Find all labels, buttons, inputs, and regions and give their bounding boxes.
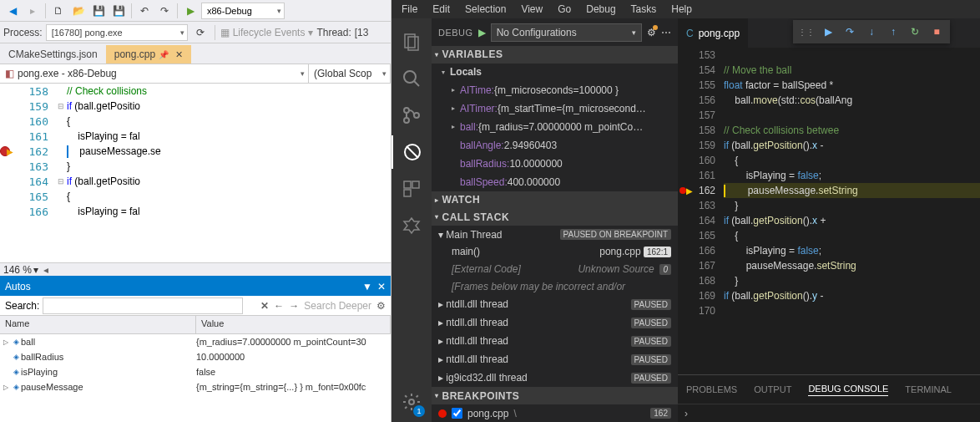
clear-search-icon[interactable]: ✕ xyxy=(260,300,269,312)
thread-row[interactable]: ▸ ntdll.dll threadPAUSED xyxy=(432,295,678,313)
autos-row[interactable]: ◈ ballRadius10.0000000 xyxy=(0,349,391,364)
locals-header[interactable]: ▾Locals xyxy=(432,64,678,81)
thread-row[interactable]: ▸ ntdll.dll threadPAUSED xyxy=(432,332,678,350)
variable-row[interactable]: ▸ AITimer: {m_startTime={m_microsecond… xyxy=(432,99,678,118)
autos-search-input[interactable] xyxy=(43,297,243,314)
vscode-menu: FileEditSelectionViewGoDebugTasksHelp xyxy=(391,0,980,18)
settings-gear-icon[interactable]: 1 xyxy=(391,385,432,419)
variable-row[interactable]: ballRadius: 10.0000000 xyxy=(432,155,678,173)
step-over-icon[interactable]: ↷ xyxy=(840,22,860,42)
search-icon[interactable] xyxy=(391,62,432,95)
redo-button[interactable]: ↷ xyxy=(155,2,174,20)
autos-title-bar[interactable]: Autos ▼ ✕ xyxy=(0,277,391,296)
autos-search-bar: Search: ✕ ← → Search Deeper ⚙ xyxy=(0,296,391,316)
breakpoint-row[interactable]: pong.cpp \ 162 xyxy=(432,404,678,422)
search-deeper-label[interactable]: Search Deeper xyxy=(304,300,371,312)
process-dropdown[interactable]: [16780] pong.exe xyxy=(46,24,188,41)
editor-tab-pong[interactable]: C pong.cpp xyxy=(678,18,748,48)
vs-code-area[interactable]: // Check collisionsif (ball.getPositio{ … xyxy=(67,84,391,262)
panel-tab-output[interactable]: OUTPUT xyxy=(754,384,791,394)
main-thread-row[interactable]: ▾ Main Thread PAUSED ON BREAKPOINT xyxy=(432,226,678,243)
menu-help[interactable]: Help xyxy=(664,2,699,17)
menu-view[interactable]: View xyxy=(514,2,549,17)
liveshare-icon[interactable] xyxy=(391,209,432,242)
explorer-icon[interactable] xyxy=(391,25,432,58)
start-debug-icon[interactable]: ▶ xyxy=(478,27,486,38)
menu-debug[interactable]: Debug xyxy=(579,2,622,17)
undo-button[interactable]: ↶ xyxy=(135,2,154,20)
vscode-code[interactable]: // Move the ball float factor = ballSpee… xyxy=(724,48,980,374)
debug-floating-toolbar[interactable]: ⋮⋮ ▶ ↷ ↓ ↑ ↻ ■ xyxy=(793,20,950,43)
scm-icon[interactable] xyxy=(391,99,432,132)
variable-row[interactable]: ▸ AITime: {m_microseconds=100000 } xyxy=(432,81,678,99)
thread-row[interactable]: ▸ ig9icd32.dll threadPAUSED xyxy=(432,369,678,387)
restart-icon[interactable]: ↻ xyxy=(905,22,925,42)
menu-go[interactable]: Go xyxy=(551,2,578,17)
thread-row[interactable]: ▸ ntdll.dll threadPAUSED xyxy=(432,313,678,332)
back-button[interactable]: ◀ xyxy=(3,2,22,20)
menu-selection[interactable]: Selection xyxy=(458,2,513,17)
thread-label: Thread: xyxy=(316,27,351,38)
search-label: Search: xyxy=(5,300,39,312)
pin-icon[interactable]: 📌 xyxy=(159,50,169,59)
cpp-file-icon: C xyxy=(686,28,694,39)
variable-row[interactable]: ballSpeed: 400.000000 xyxy=(432,173,678,191)
menu-file[interactable]: File xyxy=(395,2,424,17)
forward-button[interactable]: ▸ xyxy=(23,2,42,20)
scope-dropdown[interactable]: ◧ pong.exe - x86-Debug xyxy=(0,64,309,83)
callstack-header[interactable]: ▾CALL STACK xyxy=(432,208,678,226)
vscode-breadcrumb[interactable]: › xyxy=(678,404,980,422)
breakpoint-checkbox[interactable] xyxy=(452,408,462,419)
vs-zoom-status: 146 % ▾ ◂ xyxy=(0,262,391,276)
vscode-editor[interactable]: 153154155156157158159160161▶162163164165… xyxy=(678,48,980,374)
continue-icon[interactable]: ▶ xyxy=(818,22,838,42)
menu-edit[interactable]: Edit xyxy=(426,2,457,17)
panel-tab-problems[interactable]: PROBLEMS xyxy=(686,384,737,394)
thread-row[interactable]: ▸ ntdll.dll threadPAUSED xyxy=(432,350,678,369)
step-out-icon[interactable]: ↑ xyxy=(883,22,903,42)
debug-more-icon[interactable]: ⋯ xyxy=(661,27,671,38)
breakpoints-header[interactable]: ▾BREAKPOINTS xyxy=(432,387,678,404)
variable-row[interactable]: ▸ ball: {m_radius=7.00000000 m_pointCo… xyxy=(432,118,678,136)
stack-external[interactable]: [External Code] Unknown Source 0 xyxy=(432,261,678,278)
next-icon[interactable]: → xyxy=(289,300,299,312)
toolbar-grip-icon[interactable]: ⋮⋮ xyxy=(796,22,816,42)
save-button[interactable]: 💾 xyxy=(89,2,108,20)
debug-icon[interactable] xyxy=(391,135,432,169)
panel-tab-debug-console[interactable]: DEBUG CONSOLE xyxy=(808,384,888,396)
start-button[interactable]: ▶ xyxy=(181,2,200,20)
tab-cmakesettings[interactable]: CMakeSettings.json xyxy=(0,45,106,64)
panel-tab-terminal[interactable]: TERMINAL xyxy=(905,384,952,394)
scope2-dropdown[interactable]: (Global Scop xyxy=(309,64,391,83)
step-into-icon[interactable]: ↓ xyxy=(861,22,881,42)
debug-gear-icon[interactable]: ⚙ xyxy=(647,27,656,38)
stack-frame-main[interactable]: main() pong.cpp 162:1 xyxy=(432,243,678,261)
vscode-pane: FileEditSelectionViewGoDebugTasksHelp 1 … xyxy=(391,0,980,422)
cycle-button[interactable]: ⟳ xyxy=(191,23,210,42)
autos-row[interactable]: ▷◈ ball{m_radius=7.00000000 m_pointCount… xyxy=(0,334,391,349)
extensions-icon[interactable] xyxy=(391,172,432,206)
prev-icon[interactable]: ← xyxy=(274,300,284,312)
autos-dropdown-icon[interactable]: ▼ xyxy=(362,281,372,292)
save-all-button[interactable]: 💾 xyxy=(109,2,128,20)
settings-icon[interactable]: ⚙ xyxy=(376,300,386,312)
new-item-button[interactable]: 🗋 xyxy=(49,2,68,20)
autos-row[interactable]: ◈ isPlayingfalse xyxy=(0,364,391,379)
col-name[interactable]: Name xyxy=(0,316,196,333)
stop-icon[interactable]: ■ xyxy=(927,22,947,42)
watch-header[interactable]: ▸WATCH xyxy=(432,191,678,209)
zoom-value[interactable]: 146 % xyxy=(3,264,32,276)
autos-close-icon[interactable]: ✕ xyxy=(377,281,386,292)
col-value[interactable]: Value xyxy=(196,316,391,333)
variable-row[interactable]: ballAngle: 2.94960403 xyxy=(432,136,678,155)
autos-row[interactable]: ▷◈ pauseMessage{m_string={m_string={...}… xyxy=(0,379,391,394)
config-dropdown[interactable]: x86-Debug xyxy=(201,3,285,19)
open-button[interactable]: 📂 xyxy=(69,2,88,20)
close-icon[interactable]: ✕ xyxy=(175,49,183,60)
debug-config-dropdown[interactable]: No Configurations xyxy=(491,23,642,42)
chevron-icon[interactable]: › xyxy=(684,408,688,419)
vs-editor[interactable]: 158159⊟160161▶162163164⊟165166 // Check … xyxy=(0,84,391,262)
menu-tasks[interactable]: Tasks xyxy=(624,2,664,17)
tab-pong-cpp[interactable]: pong.cpp 📌 ✕ xyxy=(106,45,191,64)
variables-header[interactable]: ▾VARIABLES xyxy=(432,46,678,64)
